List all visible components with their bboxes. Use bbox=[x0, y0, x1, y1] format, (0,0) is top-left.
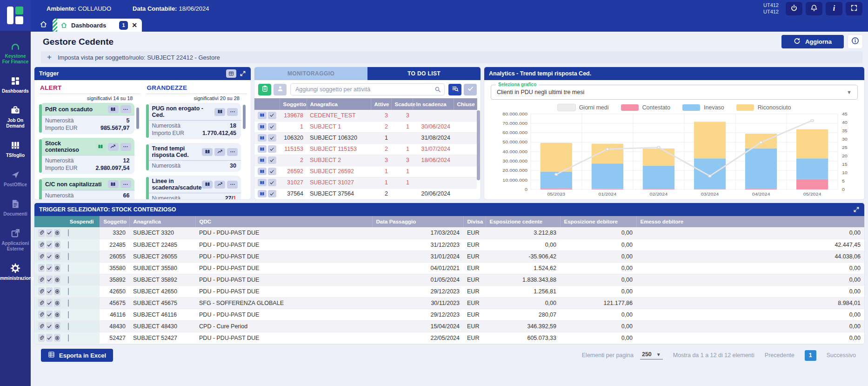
sospendi-checkbox[interactable] bbox=[68, 334, 69, 342]
check-icon[interactable] bbox=[46, 322, 53, 330]
sidebar-item-keystone-for-finance[interactable]: Keystone For Finance bbox=[0, 35, 31, 70]
check-icon[interactable] bbox=[268, 156, 277, 164]
book-icon[interactable] bbox=[214, 108, 225, 116]
ellipsis-icon[interactable] bbox=[120, 143, 131, 151]
next-page-button[interactable]: Successivo bbox=[827, 352, 856, 359]
trigger-card-stock-contenzioso[interactable]: Stock contenziosoNumerosità12Importo EUR… bbox=[40, 138, 134, 174]
sospendi-checkbox[interactable] bbox=[68, 264, 69, 272]
check-icon[interactable] bbox=[268, 179, 277, 186]
ellipsis-icon[interactable] bbox=[120, 105, 131, 113]
check-icon[interactable] bbox=[46, 276, 53, 284]
column-header-scadute[interactable]: Scadute bbox=[391, 98, 413, 110]
paperclip-icon[interactable] bbox=[38, 299, 45, 307]
check-icon[interactable] bbox=[268, 123, 277, 130]
tab-monitoraggio[interactable]: MONITORAGGIO bbox=[254, 67, 367, 80]
sospendi-checkbox[interactable] bbox=[68, 311, 69, 318]
sospendi-checkbox[interactable] bbox=[68, 241, 69, 249]
column-header-anagrafica[interactable]: Anagrafica bbox=[307, 98, 371, 110]
trigger-card-c-c-non-capitalizzati[interactable]: C/C non capitalizzatiNumerosità66Importo… bbox=[40, 178, 134, 199]
previous-page-button[interactable]: Precedente bbox=[765, 352, 795, 359]
book-icon[interactable] bbox=[202, 181, 213, 189]
book-icon[interactable] bbox=[258, 123, 267, 130]
paperclip-icon[interactable] bbox=[38, 287, 45, 295]
book-icon[interactable] bbox=[258, 112, 267, 119]
book-icon[interactable] bbox=[258, 179, 267, 186]
book-icon[interactable] bbox=[258, 190, 267, 197]
paperclip-icon[interactable] bbox=[38, 276, 45, 284]
check-icon[interactable] bbox=[268, 168, 277, 175]
trigger-card-pdr-con-scaduto[interactable]: PdR con scadutoNumerosità5Importo EUR985… bbox=[40, 103, 134, 134]
column-header-divisa[interactable]: Divisa bbox=[463, 216, 486, 227]
sospendi-checkbox[interactable] bbox=[68, 229, 69, 237]
page-info-button[interactable] bbox=[848, 35, 862, 48]
book-icon[interactable] bbox=[202, 148, 213, 156]
check-icon[interactable] bbox=[46, 252, 53, 260]
activity-list-button[interactable] bbox=[258, 84, 271, 95]
sospendi-checkbox[interactable] bbox=[68, 276, 69, 284]
sospendi-checkbox[interactable] bbox=[68, 323, 69, 330]
column-header-qdc[interactable]: QDC bbox=[195, 216, 372, 227]
target-icon[interactable] bbox=[54, 334, 60, 342]
target-icon[interactable] bbox=[54, 311, 60, 318]
layout-grid-icon[interactable] bbox=[226, 69, 236, 78]
trigger-card-linee-in-scadenza-scadute[interactable]: Linee in scadenza/scaduteNumerosità27/1I… bbox=[147, 176, 241, 199]
filter-list-button[interactable] bbox=[448, 84, 461, 95]
tab-dashboards[interactable]: Dashboards 1 ✕ bbox=[53, 19, 142, 32]
cards-scrollbar[interactable] bbox=[136, 108, 139, 129]
target-icon[interactable] bbox=[54, 299, 60, 307]
trigger-card-trend-tempi-risposta-ced[interactable]: Trend tempi risposta Ced.Numerosità30 bbox=[147, 143, 241, 172]
todo-row[interactable]: 2SUBJECT 23318/06/2024 bbox=[254, 155, 477, 166]
todo-row[interactable]: 115153SUBJECT 1151532131/07/2024 bbox=[254, 143, 477, 155]
check-icon[interactable] bbox=[46, 311, 53, 318]
search-input[interactable] bbox=[291, 86, 434, 93]
paperclip-icon[interactable] bbox=[38, 241, 45, 249]
check-icon[interactable] bbox=[46, 334, 53, 342]
notifications-button[interactable] bbox=[806, 2, 822, 15]
logout-button[interactable] bbox=[786, 2, 802, 15]
paperclip-icon[interactable] bbox=[38, 252, 45, 260]
expand-icon[interactable] bbox=[240, 70, 246, 77]
trend-icon[interactable] bbox=[214, 148, 225, 156]
column-header-esposizione-cedente[interactable]: Esposizione cedente bbox=[486, 216, 560, 227]
target-icon[interactable] bbox=[54, 287, 60, 295]
info-button[interactable]: i bbox=[826, 2, 842, 15]
check-icon[interactable] bbox=[268, 134, 277, 142]
legend-item-riconosciuto[interactable]: Riconosciuto bbox=[736, 104, 791, 111]
todo-row[interactable]: 37564SUBJECT 37564220/06/2024 bbox=[254, 188, 477, 199]
column-header-data-passaggio[interactable]: Data Passaggio bbox=[372, 216, 463, 227]
paperclip-icon[interactable] bbox=[38, 264, 45, 272]
chart-select[interactable]: Seleziona grafico Clienti in PDU negli u… bbox=[491, 85, 858, 100]
ellipsis-icon[interactable] bbox=[227, 108, 238, 116]
book-icon[interactable] bbox=[95, 143, 106, 151]
ellipsis-icon[interactable] bbox=[227, 148, 238, 156]
paperclip-icon[interactable] bbox=[38, 334, 45, 342]
check-icon[interactable] bbox=[46, 299, 53, 307]
column-header-sospendi[interactable]: Sospendi bbox=[34, 216, 100, 227]
cards-scrollbar[interactable] bbox=[243, 105, 246, 129]
book-icon[interactable] bbox=[108, 180, 119, 188]
todo-row[interactable]: 139678CEDENTE_TEST33 bbox=[254, 110, 477, 121]
paperclip-icon[interactable] bbox=[38, 311, 45, 318]
column-header-esposizione-debitore[interactable]: Esposizione debitore bbox=[560, 216, 636, 227]
ellipsis-icon[interactable] bbox=[120, 180, 131, 188]
refresh-button[interactable]: Aggiorna bbox=[781, 35, 844, 48]
sospendi-checkbox[interactable] bbox=[68, 253, 69, 260]
todo-table-scrollbar[interactable] bbox=[477, 110, 480, 180]
column-header-emesso-debitore[interactable]: Emesso debitore bbox=[636, 216, 864, 227]
target-icon[interactable] bbox=[54, 322, 60, 330]
todo-row[interactable]: 106320SUBJECT 106320131/08/2024 bbox=[254, 132, 477, 143]
todo-row[interactable]: 1SUBJECT 12130/06/2024 bbox=[254, 121, 477, 132]
target-icon[interactable] bbox=[54, 252, 60, 260]
book-icon[interactable] bbox=[258, 145, 267, 153]
check-icon[interactable] bbox=[46, 229, 53, 237]
ellipsis-icon[interactable] bbox=[227, 181, 238, 189]
export-excel-button[interactable]: Esporta in Excel bbox=[41, 349, 113, 362]
home-button[interactable] bbox=[36, 19, 50, 32]
sidebar-item-amministrazione[interactable]: Amministrazione bbox=[0, 257, 31, 287]
target-icon[interactable] bbox=[54, 264, 60, 272]
sidebar-item-documenti[interactable]: Documenti bbox=[0, 193, 31, 223]
sidebar-item-applicazioni-esterne[interactable]: Applicazioni Esterne bbox=[0, 223, 31, 257]
per-page-select[interactable]: 250▼ bbox=[640, 351, 663, 359]
check-icon[interactable] bbox=[46, 241, 53, 249]
legend-item-inevaso[interactable]: Inevaso bbox=[682, 104, 724, 111]
